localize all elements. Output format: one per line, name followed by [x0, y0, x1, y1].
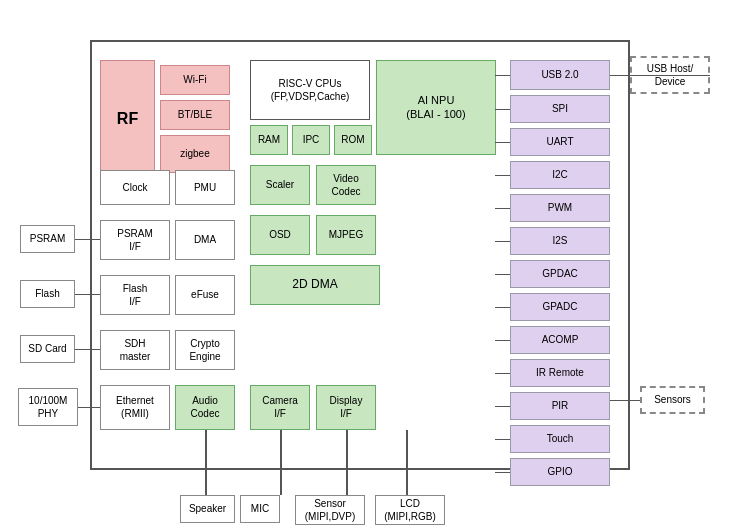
- lcd-block: LCD (MIPI,RGB): [375, 495, 445, 525]
- touch-block: Touch: [510, 425, 610, 453]
- wifi-block: Wi-Fi: [160, 65, 230, 95]
- usb20-block: USB 2.0: [510, 60, 610, 90]
- flash-if-block: Flash I/F: [100, 275, 170, 315]
- flash-ext-block: Flash: [20, 280, 75, 308]
- camera-if-block: Camera I/F: [250, 385, 310, 430]
- crypto-engine-block: Crypto Engine: [175, 330, 235, 370]
- osd-block: OSD: [250, 215, 310, 255]
- bt-ble-block: BT/BLE: [160, 100, 230, 130]
- audio-codec-block: Audio Codec: [175, 385, 235, 430]
- rom-block: ROM: [334, 125, 372, 155]
- sensor-if-block: Sensor (MIPI,DVP): [295, 495, 365, 525]
- pwm-block: PWM: [510, 194, 610, 222]
- psram-ext-block: PSRAM: [20, 225, 75, 253]
- psram-if-block: PSRAM I/F: [100, 220, 170, 260]
- pir-block: PIR: [510, 392, 610, 420]
- clock-block: Clock: [100, 170, 170, 205]
- zigbee-block: zigbee: [160, 135, 230, 173]
- riscv-block: RISC-V CPUs (FP,VDSP,Cache): [250, 60, 370, 120]
- ir-remote-block: IR Remote: [510, 359, 610, 387]
- sensors-block: Sensors: [640, 386, 705, 414]
- video-codec-block: Video Codec: [316, 165, 376, 205]
- mic-block: MIC: [240, 495, 280, 523]
- gpio-block: GPIO: [510, 458, 610, 486]
- rf-block: RF: [100, 60, 155, 180]
- spi-block: SPI: [510, 95, 610, 123]
- sdcard-ext-block: SD Card: [20, 335, 75, 363]
- display-if-block: Display I/F: [316, 385, 376, 430]
- acomp-block: ACOMP: [510, 326, 610, 354]
- phy-ext-block: 10/100M PHY: [18, 388, 78, 426]
- sdh-master-block: SDH master: [100, 330, 170, 370]
- dma-block: DMA: [175, 220, 235, 260]
- i2c-block: I2C: [510, 161, 610, 189]
- uart-block: UART: [510, 128, 610, 156]
- diagram: ⌇ RF Wi-Fi BT/BLE zigbee RISC-V CPUs (FP…: [10, 10, 740, 520]
- ram-block: RAM: [250, 125, 288, 155]
- mjpeg-block: MJPEG: [316, 215, 376, 255]
- i2s-block: I2S: [510, 227, 610, 255]
- pmu-block: PMU: [175, 170, 235, 205]
- gpdac-block: GPDAC: [510, 260, 610, 288]
- speaker-block: Speaker: [180, 495, 235, 523]
- dma2d-block: 2D DMA: [250, 265, 380, 305]
- efuse-block: eFuse: [175, 275, 235, 315]
- ai-npu-block: AI NPU (BLAI - 100): [376, 60, 496, 155]
- scaler-block: Scaler: [250, 165, 310, 205]
- gpadc-block: GPADC: [510, 293, 610, 321]
- ethernet-block: Ethernet (RMII): [100, 385, 170, 430]
- ipc-block: IPC: [292, 125, 330, 155]
